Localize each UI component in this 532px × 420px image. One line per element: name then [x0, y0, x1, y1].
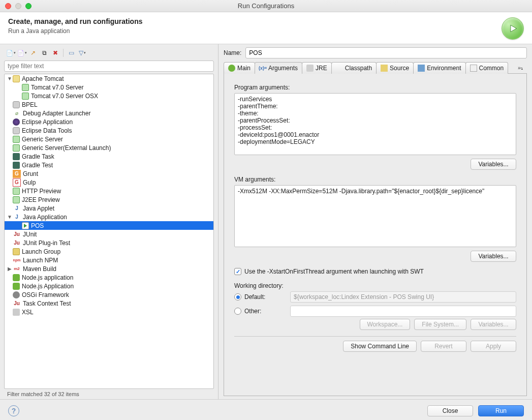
dialog-header: Create, manage, and run configurations R…	[0, 12, 532, 44]
duplicate-button[interactable]	[40, 48, 49, 57]
new-config-button[interactable]	[6, 48, 15, 57]
tree-item-label: Gradle Task	[22, 153, 54, 160]
tab-jre[interactable]: JRE	[302, 62, 332, 74]
tree-item[interactable]: POS	[5, 221, 213, 230]
tree-item[interactable]: Tomcat v7.0 Server	[5, 83, 213, 92]
tab-label: Environment	[427, 65, 461, 72]
tab-source[interactable]: Source	[376, 62, 414, 74]
tab-classpath[interactable]: Classpath	[331, 62, 377, 74]
tree-item-label: Generic Server	[22, 136, 63, 143]
tree-item[interactable]: OSGi Framework	[5, 290, 213, 299]
tree-item-label: Gulp	[23, 179, 36, 186]
osgi-icon	[13, 291, 20, 298]
srv-icon	[13, 196, 20, 203]
workspace-button[interactable]: Workspace...	[360, 319, 411, 330]
junit-icon: Ju	[13, 239, 21, 247]
collapse-all-button[interactable]	[67, 48, 76, 57]
tree-item[interactable]: JuJUnit Plug-in Test	[5, 238, 213, 247]
filesystem-button[interactable]: File System...	[414, 319, 466, 330]
toolbar-separator	[63, 49, 64, 57]
tree-item-label: HTTP Preview	[22, 188, 61, 195]
tree-item[interactable]: Node.js application	[5, 273, 213, 282]
default-radio-label: Default:	[244, 293, 265, 301]
show-command-line-button[interactable]: Show Command Line	[343, 341, 417, 352]
tree-item-label: Eclipse Data Tools	[22, 127, 72, 134]
tree-item[interactable]: ⌀Debug Adapter Launcher	[5, 109, 213, 117]
vm-args-textarea[interactable]	[234, 185, 516, 247]
delete-button[interactable]	[51, 48, 60, 57]
tab-main[interactable]: Main	[224, 62, 255, 74]
tree-item[interactable]: npmLaunch NPM	[5, 256, 213, 264]
tree-item[interactable]: Node.js Application	[5, 282, 213, 290]
name-input[interactable]	[245, 47, 527, 58]
tree-item[interactable]: Gradle Task	[5, 152, 213, 161]
node-icon	[13, 274, 20, 281]
header-subtitle: Run a Java application	[8, 27, 143, 35]
apply-button[interactable]: Apply	[471, 341, 516, 352]
filter-input[interactable]	[4, 61, 214, 72]
srv-icon	[13, 144, 20, 152]
tree-item[interactable]: JJava Applet	[5, 204, 213, 213]
gradle-icon	[13, 162, 20, 169]
tree-item-label: Task Context Test	[23, 300, 71, 307]
db-icon	[13, 127, 20, 134]
new-prototype-button[interactable]	[17, 48, 26, 57]
left-pane: ▼Apache TomcatTomcat v7.0 ServerTomcat v…	[0, 44, 218, 399]
other-radio-label: Other:	[244, 308, 261, 315]
tree-item[interactable]: Generic Server(External Launch)	[5, 143, 213, 152]
srv-icon	[13, 188, 20, 195]
filter-menu-button[interactable]	[78, 48, 87, 57]
close-button[interactable]: Close	[427, 405, 473, 416]
other-radio[interactable]	[234, 308, 241, 315]
tree-item[interactable]: Launch Group	[5, 247, 213, 256]
other-dir-input[interactable]	[290, 306, 516, 317]
config-toolbar	[4, 47, 214, 61]
gradle-icon	[13, 153, 20, 160]
tab-environment[interactable]: Environment	[413, 62, 465, 74]
header-title: Create, manage, and run configurations	[8, 17, 143, 25]
tree-item-label: XSL	[22, 309, 34, 316]
tree-item[interactable]: JuJUnit	[5, 230, 213, 238]
tree-item[interactable]: Eclipse Application	[5, 117, 213, 126]
tree-item[interactable]: Generic Server	[5, 135, 213, 143]
tree-item[interactable]: GGulp	[5, 178, 213, 187]
tab-common[interactable]: Common	[465, 62, 509, 74]
tab-arguments[interactable]: (x)=Arguments	[255, 62, 302, 74]
tree-item[interactable]: HTTP Preview	[5, 187, 213, 195]
tree-item[interactable]: GGrunt	[5, 169, 213, 178]
vm-args-variables-button[interactable]: Variables...	[471, 251, 516, 262]
program-args-variables-button[interactable]: Variables...	[471, 159, 516, 170]
disclosure-arrow-icon[interactable]: ▼	[7, 214, 13, 220]
swt-checkbox[interactable]: ✓	[234, 268, 241, 275]
disclosure-arrow-icon[interactable]: ▼	[7, 76, 13, 81]
run-button[interactable]: Run	[478, 405, 524, 416]
eclipse-icon	[13, 118, 20, 126]
titlebar: Run Configurations	[0, 0, 532, 12]
tree-item[interactable]: ▶m2Maven Build	[5, 264, 213, 273]
default-radio[interactable]	[234, 293, 241, 301]
export-button[interactable]	[28, 48, 38, 57]
working-dir-label: Working directory:	[234, 282, 516, 289]
tree-item[interactable]: Gradle Test	[5, 161, 213, 169]
java-icon: J	[13, 204, 21, 213]
revert-button[interactable]: Revert	[421, 341, 466, 352]
tree-item[interactable]: XSL	[5, 308, 213, 316]
tree-item[interactable]: ▼JJava Application	[5, 213, 213, 221]
program-args-textarea[interactable]	[234, 93, 516, 155]
config-tree[interactable]: ▼Apache TomcatTomcat v7.0 ServerTomcat v…	[4, 74, 214, 389]
tab-overflow[interactable]: »₁	[514, 63, 527, 73]
tree-item[interactable]: Eclipse Data Tools	[5, 126, 213, 135]
tree-item[interactable]: JuTask Context Test	[5, 299, 213, 308]
disclosure-arrow-icon[interactable]: ▶	[7, 266, 13, 272]
grunt-icon: G	[13, 170, 21, 178]
tree-item[interactable]: Tomcat v7.0 Server OSX	[5, 92, 213, 100]
wd-variables-button[interactable]: Variables...	[471, 319, 516, 330]
help-button[interactable]: ?	[8, 405, 19, 416]
tree-item[interactable]: J2EE Preview	[5, 195, 213, 204]
run-badge-icon	[502, 17, 524, 40]
args-tab-icon: (x)=	[259, 65, 266, 72]
tree-item-label: Maven Build	[23, 265, 56, 273]
tree-item-label: Java Application	[23, 214, 67, 221]
tree-item[interactable]: BPEL	[5, 100, 213, 109]
tree-item[interactable]: ▼Apache Tomcat	[5, 74, 213, 83]
